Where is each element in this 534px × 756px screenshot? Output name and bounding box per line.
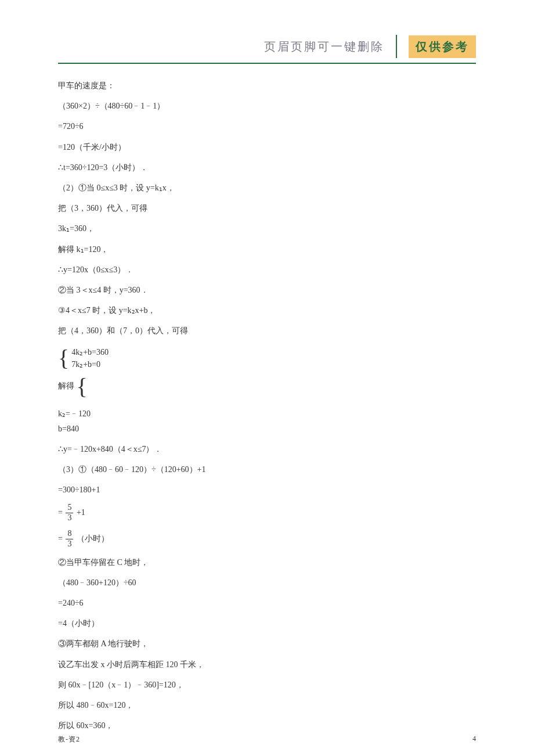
page-number: 4 (472, 735, 476, 744)
text-line: （3）①（480﹣60﹣120）÷（120+60）+1 (58, 462, 476, 477)
solve-label: 解得 (58, 382, 74, 391)
fraction: 8 3 (66, 529, 73, 549)
header-divider (396, 35, 397, 58)
page-footer: 教-资2 4 (58, 735, 476, 744)
fraction-suffix: （小时） (77, 534, 109, 542)
equation-line: 4k₂+b=360 (71, 346, 109, 358)
text-line: 所以 480﹣60x=120， (58, 698, 476, 712)
text-line: （360×2）÷（480÷60﹣1﹣1） (58, 99, 476, 113)
text-line: ②当甲车停留在 C 地时， (58, 555, 476, 570)
text-line: 3k₁=360， (58, 221, 476, 236)
fraction: 5 3 (66, 503, 73, 523)
text-line: （2）①当 0≤x≤3 时，设 y=k₁x， (58, 181, 476, 195)
text-line: =720÷6 (58, 119, 476, 134)
text-line: （480﹣360+120）÷60 (58, 575, 476, 590)
text-line: 把（4，360）和（7，0）代入，可得 (58, 323, 476, 338)
fraction-numerator: 8 (66, 529, 73, 539)
header-underline (58, 63, 476, 64)
text-line: =120（千米/小时） (58, 140, 476, 154)
text-line: 甲车的速度是： (58, 78, 476, 93)
header-note: 页眉页脚可一键删除 (264, 39, 384, 55)
equation-system: { (77, 375, 90, 398)
footer-left-text: 教-资2 (58, 735, 80, 744)
text-line: ③两车都朝 A 地行驶时， (58, 636, 476, 651)
text-line: 解得 { (58, 373, 476, 401)
equals-prefix: = (58, 534, 63, 542)
page-container: 页眉页脚可一键删除 仅供参考 甲车的速度是： （360×2）÷（480÷60﹣1… (0, 0, 534, 756)
text-line: 把（3，360）代入，可得 (58, 201, 476, 215)
equation-line: b=840 (58, 422, 476, 436)
text-line: ②当 3＜x≤4 时，y=360． (58, 283, 476, 297)
text-line: =240÷6 (58, 596, 476, 610)
text-line: ∴t=360÷120=3（小时）． (58, 160, 476, 175)
text-line: =4（小时） (58, 616, 476, 631)
text-line: =300÷180+1 (58, 483, 476, 497)
left-brace-icon: { (77, 375, 88, 398)
fraction-numerator: 5 (66, 503, 73, 513)
fraction-denominator: 3 (66, 539, 73, 549)
fraction-line: = 8 3 （小时） (58, 529, 476, 549)
fraction-suffix: +1 (77, 508, 85, 517)
document-body: 甲车的速度是： （360×2）÷（480÷60﹣1﹣1） =720÷6 =120… (58, 78, 476, 733)
text-line: ③4＜x≤7 时，设 y=k₂x+b， (58, 303, 476, 318)
text-line: 所以 60x=360， (58, 718, 476, 733)
text-line: 则 60x﹣[120（x﹣1）﹣360]=120， (58, 678, 476, 692)
left-brace-icon: { (58, 347, 69, 370)
header-badge: 仅供参考 (409, 35, 476, 58)
text-line: ∴y=120x（0≤x≤3）． (58, 262, 476, 277)
text-line: 解得 k₁=120， (58, 242, 476, 257)
fraction-line: = 5 3 +1 (58, 503, 476, 523)
equals-prefix: = (58, 508, 63, 517)
page-header: 页眉页脚可一键删除 仅供参考 (58, 35, 476, 58)
equation-system: { 4k₂+b=360 7k₂+b=0 (58, 346, 109, 370)
text-line: ∴y=﹣120x+840（4＜x≤7）． (58, 442, 476, 456)
equation-line: k₂=﹣120 (58, 406, 476, 421)
equation-line: 7k₂+b=0 (71, 358, 109, 370)
text-line: 设乙车出发 x 小时后两车相距 120 千米， (58, 657, 476, 672)
fraction-denominator: 3 (66, 513, 73, 523)
